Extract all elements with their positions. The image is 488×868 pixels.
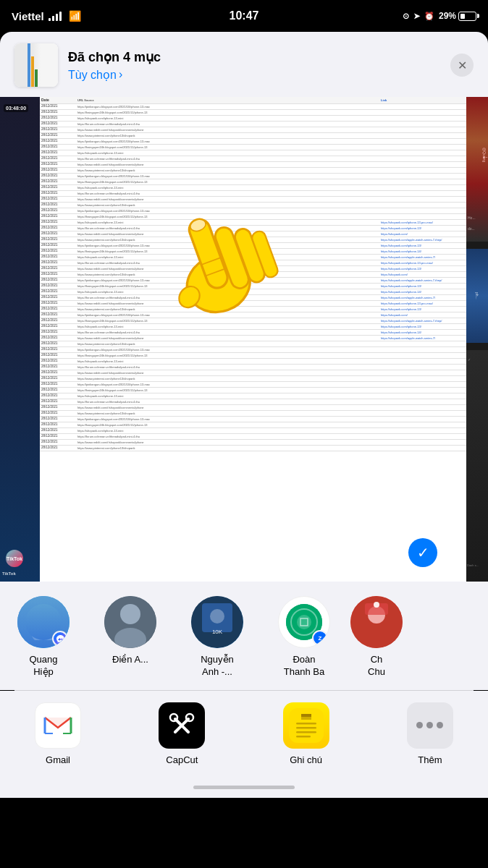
navigation-icon: ➤	[413, 12, 420, 21]
app-name-capcut: CapCut	[166, 754, 198, 765]
spreadsheet-view: Date URL Source Link 28/12/2021https://p…	[40, 97, 466, 582]
svg-rect-39	[296, 736, 311, 738]
table-row: 28/12/2021https://www.pinterest.com/ipho…	[40, 376, 466, 382]
table-row: 28/12/2021https://pinkanguru.blogspot.co…	[40, 104, 466, 110]
messenger-badge	[52, 631, 68, 647]
table-row: 28/12/2021https://forum.coleman.vn/threa…	[40, 399, 466, 405]
svg-point-18	[210, 609, 224, 624]
share-preview-thumbnail	[14, 43, 58, 87]
share-options-link[interactable]: Tùy chọn ›	[68, 68, 161, 82]
svg-point-34	[186, 714, 193, 721]
table-row: 28/12/2021https://www.reddit.com/r/shopa…	[40, 440, 466, 446]
gmail-icon	[35, 702, 81, 749]
selected-checkmark: ✓	[408, 538, 437, 567]
table-row: 28/12/2021https://www.reddit.com/r/shopa…	[40, 162, 466, 168]
right-panel-text-1: @Quảng	[482, 148, 487, 162]
table-row: 28/12/2021https://www.reddit.com/r/shopa…	[40, 197, 466, 203]
right-panel-item-2: ph...	[466, 249, 488, 343]
table-row: 28/12/2021https://pinkanguru.blogspot.co…	[40, 139, 466, 145]
spreadsheet-item: Date URL Source Link 28/12/2021https://p…	[40, 97, 466, 582]
table-row: 28/12/2021https://www.pinterest.com/ipho…	[40, 168, 466, 174]
share-title: Đã chọn 4 mục	[68, 49, 161, 65]
table-row: 28/12/2021https://hainguyen24h.blogspot.…	[40, 318, 466, 324]
contact-name-doan-thanh-ba: Đoàn Thanh Ba	[284, 654, 324, 678]
capcut-icon	[159, 702, 205, 749]
table-row: 28/12/2021https://www.reddit.com/r/shopa…	[40, 405, 466, 411]
table-row: 28/12/2021https://www.pinterest.com/ipho…	[40, 341, 466, 347]
svg-rect-36	[296, 723, 316, 725]
svg-text:10K: 10K	[212, 629, 223, 635]
chevron-right-icon: ›	[119, 68, 122, 81]
table-row: 28/12/2021https://shopank.com/iphone-13-…	[40, 255, 466, 260]
table-row: 28/12/2021https://shopank.com/iphone-13-…	[40, 359, 466, 365]
table-row: 28/12/2021https://www.pinterest.com/ipho…	[40, 203, 466, 208]
right-panel-text-2: ph...	[475, 292, 479, 299]
status-left: Viettel 📶	[12, 10, 81, 22]
signal-icon	[49, 11, 62, 21]
app-name-gmail: Gmail	[46, 754, 70, 765]
avatar-quang-hiep	[17, 596, 70, 648]
contact-chu-chu[interactable]: Ch Chu	[348, 596, 405, 678]
wifi-icon: 📶	[69, 10, 81, 22]
contact-doan-thanh-ba[interactable]: Z Đoàn Thanh Ba	[261, 596, 348, 678]
tiktok-label: TikTok	[2, 571, 16, 576]
app-gmail[interactable]: Gmail	[14, 702, 101, 765]
battery-icon	[458, 12, 476, 21]
share-header-left: Đã chọn 4 mục Tùy chọn ›	[14, 43, 161, 87]
zalo-badge: Z	[312, 630, 328, 646]
right-panel-item-3: ✓ Danh s...	[466, 350, 488, 582]
close-icon: ✕	[458, 59, 467, 72]
table-row: 28/12/2021https://www.pinterest.com/ipho…	[40, 411, 466, 417]
avatar-dien-a	[104, 596, 156, 648]
svg-point-13	[120, 604, 140, 624]
table-row: 28/12/2021https://shopank.com/iphone-13-…	[40, 150, 466, 156]
apps-row: Gmail CapCut	[0, 691, 488, 780]
notes-icon	[283, 702, 329, 749]
table-row: 28/12/2021https://pinkanguru.blogspot.co…	[40, 243, 466, 249]
table-row: 28/12/2021https://forum.coleman.vn/threa…	[40, 365, 466, 370]
share-sheet-header: Đã chọn 4 mục Tùy chọn › ✕	[0, 32, 488, 97]
dot-2	[426, 722, 433, 728]
contact-nguyen-anh[interactable]: 10K Nguyễn Anh -...	[174, 596, 261, 678]
svg-point-21	[297, 615, 311, 629]
table-row: 28/12/2021https://shopank.com/iphone-13-…	[40, 220, 466, 226]
table-row: 28/12/2021https://forum.coleman.vn/threa…	[40, 226, 466, 231]
table-row: 28/12/2021https://www.reddit.com/r/shopa…	[40, 127, 466, 133]
close-button[interactable]: ✕	[450, 54, 474, 77]
table-row: 28/12/2021https://hainguyen24h.blogspot.…	[40, 214, 466, 220]
more-icon	[407, 702, 453, 749]
dot-3	[437, 722, 443, 728]
contact-quang-hiep[interactable]: Quang Hiệp	[0, 596, 87, 678]
table-row: 28/12/2021https://www.pinterest.com/ipho…	[40, 307, 466, 312]
alarm-icon: ⏰	[424, 12, 434, 21]
table-row: 28/12/2021https://hainguyen24h.blogspot.…	[40, 249, 466, 255]
table-row: 28/12/2021https://forum.coleman.vn/threa…	[40, 295, 466, 301]
table-row: 28/12/2021https://www.pinterest.com/ipho…	[40, 446, 466, 451]
contacts-row: Quang Hiệp Điền A... 10K Ng	[0, 582, 488, 690]
status-right: ⊙ ➤ ⏰ 29%	[403, 11, 476, 21]
app-notes[interactable]: Ghi chú	[263, 702, 350, 765]
share-title-group: Đã chọn 4 mục Tùy chọn ›	[68, 49, 161, 82]
app-name-notes: Ghi chú	[290, 754, 322, 765]
table-row: 28/12/2021https://www.reddit.com/r/shopa…	[40, 301, 466, 307]
table-row: 28/12/2021https://pinkanguru.blogspot.co…	[40, 174, 466, 179]
avatar-chu-chu	[350, 596, 403, 648]
options-label: Tùy chọn	[68, 68, 117, 82]
location-icon: ⊙	[403, 12, 409, 21]
table-row: 28/12/2021https://hainguyen24h.blogspot.…	[40, 110, 466, 116]
svg-rect-37	[296, 727, 316, 729]
table-row: 28/12/2021https://hainguyen24h.blogspot.…	[40, 422, 466, 428]
tiktok-icon: TikTok	[6, 550, 23, 567]
contact-dien-a[interactable]: Điền A...	[87, 596, 174, 666]
color-stripes	[167, 97, 172, 582]
table-row: 28/12/2021https://hainguyen24h.blogspot.…	[40, 145, 466, 150]
table-row: 28/12/2021https://hainguyen24h.blogspot.…	[40, 284, 466, 289]
table-row: 28/12/2021https://forum.coleman.vn/threa…	[40, 122, 466, 127]
app-more[interactable]: Thêm	[387, 702, 474, 765]
table-row: 28/12/2021https://shopank.com/iphone-13-…	[40, 324, 466, 330]
table-row: 28/12/2021https://pinkanguru.blogspot.co…	[40, 347, 466, 353]
table-row: 28/12/2021https://shopank.com/iphone-13-…	[40, 393, 466, 399]
app-capcut[interactable]: CapCut	[138, 702, 225, 765]
svg-point-25	[374, 602, 379, 608]
table-row: 28/12/2021https://pinkanguru.blogspot.co…	[40, 382, 466, 388]
